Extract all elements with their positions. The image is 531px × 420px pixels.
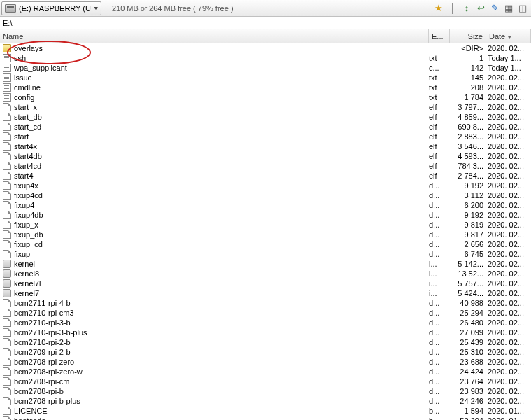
grid-icon[interactable]: ▦ [503, 3, 514, 14]
table-row[interactable]: start_dbelf4 859...2020. 02... [0, 112, 531, 122]
col-header-name[interactable]: Name [0, 29, 429, 43]
cell-name: fixup [0, 249, 429, 259]
back-icon[interactable]: ↩ [475, 3, 486, 14]
file-name: kernel8 [14, 269, 39, 279]
col-header-ext[interactable]: E... [429, 29, 450, 43]
cell-name: start4x [0, 141, 429, 151]
table-row[interactable]: sshtxt1Today 1... [0, 53, 531, 63]
cell-name: start4 [0, 171, 429, 181]
table-row[interactable]: fixup4d...6 2002020. 02... [0, 200, 531, 210]
table-row[interactable]: kernel8i...13 52...2020. 02... [0, 269, 531, 279]
cell-size: 26 480 [450, 318, 486, 328]
table-row[interactable]: kernel7li...5 757...2020. 02... [0, 279, 531, 288]
cell-size: 1 [450, 53, 486, 63]
table-row[interactable]: start4dbelf4 593...2020. 02... [0, 151, 531, 161]
table-row[interactable]: bcm2708-rpi-zerod...23 6882020. 02... [0, 357, 531, 367]
table-row[interactable]: bootcodeb...52 3042020. 01... [0, 416, 531, 420]
table-row[interactable]: fixup4xd...9 1922020. 02... [0, 181, 531, 190]
cell-size: 4 859... [450, 112, 486, 122]
cell-name: bcm2708-rpi-zero-w [0, 367, 429, 377]
cell-name: bcm2710-rpi-3-b-plus [0, 328, 429, 337]
file-name: bcm2708-rpi-zero [14, 357, 74, 367]
table-row[interactable]: bcm2710-rpi-cm3d...25 2942020. 02... [0, 308, 531, 318]
cell-date: 2020. 02... [486, 259, 531, 269]
cell-ext: i... [429, 288, 450, 298]
file-icon [3, 299, 11, 307]
table-row[interactable]: fixup_dbd...9 8172020. 02... [0, 230, 531, 239]
favorites-icon[interactable]: ★ [433, 3, 444, 14]
col-header-date[interactable]: Date▼ [486, 29, 531, 43]
file-icon [3, 74, 11, 82]
cell-name: fixup_x [0, 220, 429, 230]
cell-size: 5 424... [450, 288, 486, 298]
cell-ext: d... [429, 181, 450, 190]
col-header-size[interactable]: Size [450, 29, 486, 43]
file-icon [3, 338, 11, 346]
cell-size: 690 8... [450, 122, 486, 132]
file-icon [3, 270, 11, 278]
table-row[interactable]: fixup_cdd...2 6562020. 02... [0, 239, 531, 249]
table-row[interactable]: bcm2708-rpi-bd...23 9832020. 02... [0, 386, 531, 396]
table-row[interactable]: bcm2710-rpi-3-b-plusd...27 0992020. 02..… [0, 328, 531, 337]
panel-icon[interactable]: ◫ [517, 3, 528, 14]
drive-selector[interactable]: (E:) RASPBERRY (U [1, 1, 101, 15]
cell-name: bcm2708-rpi-cm [0, 377, 429, 386]
table-row[interactable]: fixup4dbd...9 1922020. 02... [0, 210, 531, 220]
cell-name: fixup4db [0, 210, 429, 220]
file-icon [3, 358, 11, 366]
table-row[interactable]: wpa_supplicantc...142Today 1... [0, 63, 531, 73]
table-row[interactable]: bcm2710-rpi-3-bd...26 4802020. 02... [0, 318, 531, 328]
table-row[interactable]: start4cdelf784 3...2020. 02... [0, 161, 531, 171]
file-name: wpa_supplicant [14, 63, 67, 73]
cell-date: 2020. 02... [486, 269, 531, 279]
table-row[interactable]: kernel7i...5 424...2020. 02... [0, 288, 531, 298]
table-row[interactable]: kerneli...5 142...2020. 02... [0, 259, 531, 269]
table-row[interactable]: startelf2 883...2020. 02... [0, 132, 531, 141]
separator-icon: │ [447, 3, 458, 14]
cell-date: 2020. 01... [486, 406, 531, 416]
file-icon [3, 279, 11, 288]
table-row[interactable]: fixup_xd...9 8192020. 02... [0, 220, 531, 230]
file-icon [3, 122, 11, 131]
table-row[interactable]: bcm2711-rpi-4-bd...40 9882020. 02... [0, 298, 531, 308]
file-name: kernel7 [14, 288, 39, 298]
file-icon [3, 230, 11, 239]
table-row[interactable]: cmdlinetxt2082020. 02... [0, 83, 531, 92]
cell-date: 2020. 02... [486, 298, 531, 308]
table-row[interactable]: bcm2708-rpi-b-plusd...24 2462020. 02... [0, 396, 531, 406]
cell-date: 2020. 02... [486, 102, 531, 112]
path-bar[interactable]: E:\ [0, 17, 531, 29]
table-row[interactable]: bcm2708-rpi-cmd...23 7642020. 02... [0, 377, 531, 386]
file-name: bcm2708-rpi-b [14, 386, 64, 396]
file-name: start_x [14, 102, 37, 112]
table-row[interactable]: configtxt1 7842020. 02... [0, 92, 531, 102]
table-row[interactable]: start4elf2 784...2020. 02... [0, 171, 531, 181]
table-row[interactable]: bcm2709-rpi-2-bd...25 3102020. 02... [0, 347, 531, 357]
table-row[interactable]: start_cdelf690 8...2020. 02... [0, 122, 531, 132]
file-name: bcm2711-rpi-4-b [14, 298, 71, 308]
table-row[interactable]: issuetxt1452020. 02... [0, 73, 531, 83]
table-row[interactable]: fixup4cdd...3 1122020. 02... [0, 190, 531, 200]
table-row[interactable]: overlays<DIR>2020. 02... [0, 43, 531, 53]
cell-date: 2020. 02... [486, 132, 531, 141]
history-icon[interactable]: ↕ [461, 3, 472, 14]
cell-date: Today 1... [486, 53, 531, 63]
cell-size: 208 [450, 83, 486, 92]
cell-ext: txt [429, 73, 450, 83]
file-name: fixup4x [14, 181, 38, 190]
cell-date: 2020. 02... [486, 161, 531, 171]
wand-icon[interactable]: ✎ [489, 3, 500, 14]
table-row[interactable]: start4xelf3 546...2020. 02... [0, 141, 531, 151]
file-icon [3, 368, 11, 376]
cell-ext: elf [429, 122, 450, 132]
table-row[interactable]: LICENCEb...1 5942020. 01... [0, 406, 531, 416]
table-row[interactable]: bcm2708-rpi-zero-wd...24 4242020. 02... [0, 367, 531, 377]
table-row[interactable]: start_xelf3 797...2020. 02... [0, 102, 531, 112]
file-list[interactable]: overlays<DIR>2020. 02...sshtxt1Today 1..… [0, 43, 531, 420]
table-row[interactable]: fixupd...6 7452020. 02... [0, 249, 531, 259]
file-name: bcm2710-rpi-3-b-plus [14, 328, 87, 337]
cell-size: 4 593... [450, 151, 486, 161]
cell-name: start [0, 132, 429, 141]
table-row[interactable]: bcm2710-rpi-2-bd...25 4392020. 02... [0, 337, 531, 347]
file-icon [3, 181, 11, 190]
